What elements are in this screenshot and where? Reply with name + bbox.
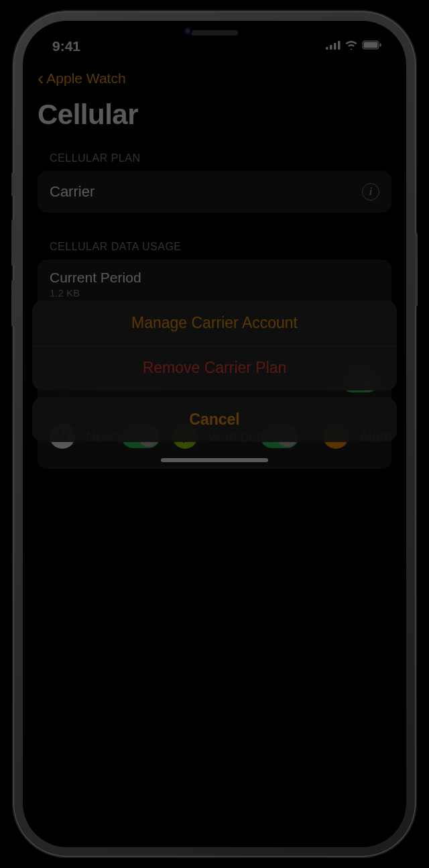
power-button (415, 233, 418, 307)
page-title: Cellular (38, 99, 391, 131)
current-period-label: Current Period (50, 270, 379, 286)
current-period-value: 1.2 KB (50, 287, 379, 299)
cellular-signal-icon (326, 40, 341, 52)
svg-rect-0 (326, 47, 328, 50)
svg-rect-5 (364, 42, 378, 48)
svg-rect-2 (334, 43, 336, 50)
svg-rect-3 (338, 41, 341, 50)
chevron-left-icon: ‹ (38, 68, 44, 89)
svg-rect-1 (330, 45, 332, 50)
page-content: ‹ Apple Watch Cellular CELLULAR PLAN Car… (23, 60, 406, 469)
status-time: 9:41 (47, 38, 80, 54)
mute-switch (11, 172, 14, 197)
carrier-label: Carrier (50, 183, 362, 201)
section-header-plan: CELLULAR PLAN (38, 147, 391, 171)
home-indicator[interactable] (161, 458, 268, 462)
svg-rect-6 (380, 44, 381, 47)
back-button[interactable]: ‹ Apple Watch (38, 60, 391, 95)
info-icon[interactable]: i (362, 183, 379, 201)
section-header-usage: CELLULAR DATA USAGE (38, 235, 391, 260)
cellular-plan-card: Carrier i (38, 171, 391, 213)
phone-frame: 9:41 ‹ Apple Watch Cellular CELLULAR PLA… (13, 11, 416, 857)
screen: 9:41 ‹ Apple Watch Cellular CELLULAR PLA… (23, 21, 406, 847)
wifi-icon (345, 40, 358, 52)
action-sheet: Manage Carrier Account Remove Carrier Pl… (23, 301, 406, 469)
volume-up-button (11, 219, 14, 266)
cancel-button[interactable]: Cancel (32, 397, 397, 442)
notch (151, 21, 278, 45)
battery-icon (362, 40, 382, 52)
manage-carrier-button[interactable]: Manage Carrier Account (32, 301, 397, 345)
action-sheet-group: Manage Carrier Account Remove Carrier Pl… (32, 301, 397, 390)
back-label: Apple Watch (46, 70, 125, 87)
remove-carrier-button[interactable]: Remove Carrier Plan (32, 345, 397, 390)
volume-down-button (11, 280, 14, 327)
carrier-row[interactable]: Carrier i (38, 171, 391, 213)
